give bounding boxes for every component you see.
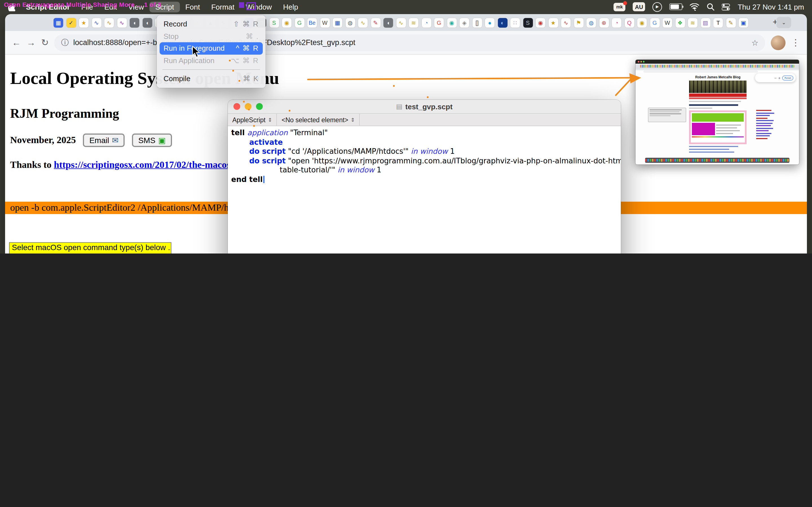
tab-favicon[interactable]: ◖ bbox=[142, 18, 152, 27]
tab-favicon[interactable]: [] bbox=[472, 18, 482, 27]
reload-button[interactable]: ↻ bbox=[41, 37, 49, 48]
tab-favicon[interactable]: ◖ bbox=[130, 18, 139, 27]
back-button[interactable]: ← bbox=[12, 38, 21, 48]
tab-favicon[interactable]: ✓ bbox=[66, 18, 76, 27]
menu-shortcut: ^ ⌘ R bbox=[236, 44, 259, 53]
tab-favicon[interactable]: T bbox=[713, 18, 723, 27]
zoom-button[interactable] bbox=[256, 103, 263, 110]
tab-favicon[interactable]: ◉ bbox=[282, 18, 292, 27]
tab-favicon[interactable]: ⊕ bbox=[599, 18, 609, 27]
tab-favicon[interactable]: ▦ bbox=[333, 18, 342, 27]
tab-favicon[interactable]: W bbox=[320, 18, 329, 27]
play-icon[interactable]: ▶ bbox=[652, 2, 662, 11]
screenshot-thumbnail[interactable]: − + Reset Robert James Metcalfe Blog bbox=[636, 60, 799, 165]
menu-item[interactable]: Compile ⌘ K bbox=[157, 73, 266, 85]
tab-favicon[interactable]: ◖ bbox=[384, 18, 393, 27]
script-editor-window: ▤ test_gvp.scpt AppleScript ⇕ <No select… bbox=[228, 100, 621, 253]
site-info-icon[interactable]: ⓘ bbox=[61, 38, 69, 48]
tab-favicon[interactable]: ∷ bbox=[510, 18, 520, 27]
browser-toolbar: ← → ↻ ⓘ localhost:8888/open=+-b+com.appl… bbox=[5, 31, 807, 55]
forward-button[interactable]: → bbox=[27, 38, 36, 48]
tab-favicon[interactable]: ∿ bbox=[117, 18, 126, 27]
tab-favicon[interactable]: ∿ bbox=[104, 18, 114, 27]
tab-favicon[interactable]: ∿ bbox=[561, 18, 571, 27]
tab-favicon[interactable]: ● bbox=[485, 18, 495, 27]
thumb-menubar bbox=[636, 60, 799, 64]
menu-item[interactable]: Record ⇧ ⌘ R bbox=[157, 18, 266, 30]
tab-favicon[interactable]: W bbox=[663, 18, 672, 27]
sms-button[interactable]: SMS▣ bbox=[132, 133, 172, 147]
list-item[interactable]: Select macOS open command type(s) below … bbox=[10, 243, 171, 252]
tab-favicon[interactable]: G bbox=[650, 18, 659, 27]
tab-favicon[interactable]: ▨ bbox=[701, 18, 710, 27]
tab-favicon[interactable]: ◍ bbox=[587, 18, 596, 27]
scriptingosx-link[interactable]: https://scriptingosx.com/2017/02/the-mac… bbox=[54, 159, 248, 170]
tab-favicon[interactable]: ◈ bbox=[460, 18, 469, 27]
date-label: November, 2025 bbox=[10, 135, 76, 146]
menu-item[interactable] bbox=[162, 69, 260, 70]
menu-item[interactable]: Run Application ⌥ ⌘ R bbox=[157, 54, 266, 66]
code-editor[interactable]: tell application "Terminal"activatedo sc… bbox=[228, 126, 621, 253]
zoom-reset-button: Reset bbox=[782, 75, 794, 80]
thumb-screenshot-figure bbox=[689, 110, 747, 144]
tab-favicon[interactable]: ▣ bbox=[739, 18, 748, 27]
tab-favicon[interactable]: ≋ bbox=[688, 18, 698, 27]
tab-favicon[interactable]: ∿ bbox=[358, 18, 368, 27]
email-button[interactable]: Email✉ bbox=[83, 133, 125, 147]
menubar-item[interactable]: Format bbox=[206, 1, 240, 12]
browser-menu-icon[interactable]: ⋮ bbox=[791, 37, 800, 48]
menu-item[interactable]: Stop ⌘ . bbox=[157, 30, 266, 42]
tab-favicon[interactable]: ◍ bbox=[345, 18, 355, 27]
element-selector[interactable]: <No selected element> ⇕ bbox=[277, 114, 360, 126]
bookmark-star-icon[interactable]: ☆ bbox=[751, 38, 758, 47]
tab-overflow-button[interactable]: ⌄ bbox=[776, 17, 791, 28]
thumb-post-heading bbox=[689, 104, 738, 106]
menubar-item[interactable]: Font bbox=[180, 1, 206, 12]
screen: Script Editor FileEditViewScriptFontForm… bbox=[0, 0, 812, 253]
tab-favicon[interactable]: ◉ bbox=[447, 18, 456, 27]
thumb-tooltip bbox=[648, 108, 686, 122]
tab-favicon[interactable]: ◔ bbox=[421, 18, 431, 27]
thumb-nav-bar bbox=[689, 94, 747, 97]
orange-arrow-annotation bbox=[305, 70, 649, 104]
tab-favicon[interactable]: ◐ bbox=[498, 18, 507, 27]
tab-favicon[interactable]: ▦ bbox=[54, 18, 63, 27]
tab-favicon[interactable]: ✎ bbox=[371, 18, 380, 27]
list-item[interactable]: Finder bbox=[10, 252, 171, 253]
tab-favicon[interactable]: ◉ bbox=[637, 18, 647, 27]
tab-favicon[interactable]: Be bbox=[307, 18, 317, 27]
menu-item[interactable]: Run in Foreground ^ ⌘ R bbox=[160, 42, 263, 54]
language-selector[interactable]: AppleScript ⇕ bbox=[228, 114, 277, 126]
tab-favicon[interactable]: ◉ bbox=[536, 18, 545, 27]
menubar-item[interactable]: Help bbox=[277, 1, 304, 12]
tab-favicon[interactable]: ⚑ bbox=[574, 18, 583, 27]
tab-favicon[interactable]: G bbox=[295, 18, 304, 27]
tab-favicon[interactable]: ≋ bbox=[409, 18, 418, 27]
control-center-icon[interactable] bbox=[722, 3, 730, 10]
mk-app-icon[interactable]: mk bbox=[613, 3, 625, 11]
close-button[interactable] bbox=[234, 103, 240, 110]
tab-favicon[interactable]: ★ bbox=[548, 18, 558, 27]
tab-favicon[interactable]: G bbox=[434, 18, 444, 27]
wifi-icon[interactable] bbox=[690, 3, 699, 10]
tab-favicon[interactable]: ∿ bbox=[396, 18, 406, 27]
menubar-clock[interactable]: Thu 27 Nov 1:41 pm bbox=[738, 3, 804, 11]
menubar-item[interactable]: Window bbox=[240, 1, 278, 12]
tab-favicon[interactable]: ✎ bbox=[726, 18, 735, 27]
menu-shortcut: ⌥ ⌘ R bbox=[231, 56, 259, 65]
tab-favicon[interactable]: Q bbox=[624, 18, 634, 27]
tab-favicon[interactable]: ∿ bbox=[92, 18, 101, 27]
tab-favicon[interactable]: ★ bbox=[79, 18, 89, 27]
overlay-artifact bbox=[239, 2, 244, 8]
input-source-icon[interactable]: AU bbox=[633, 2, 645, 11]
tab-favicon[interactable]: ◔ bbox=[612, 18, 621, 27]
tab-favicon[interactable]: S bbox=[269, 18, 279, 27]
menu-shortcut: ⇧ ⌘ R bbox=[233, 20, 259, 29]
open-type-listbox[interactable]: Select macOS open command type(s) below … bbox=[9, 242, 171, 253]
updown-icon: ⇕ bbox=[350, 117, 355, 122]
profile-avatar[interactable] bbox=[771, 35, 785, 50]
tab-favicon[interactable]: ❖ bbox=[675, 18, 685, 27]
tab-favicon[interactable]: S bbox=[523, 18, 532, 27]
search-icon[interactable] bbox=[707, 3, 714, 11]
battery-icon[interactable] bbox=[669, 3, 682, 10]
